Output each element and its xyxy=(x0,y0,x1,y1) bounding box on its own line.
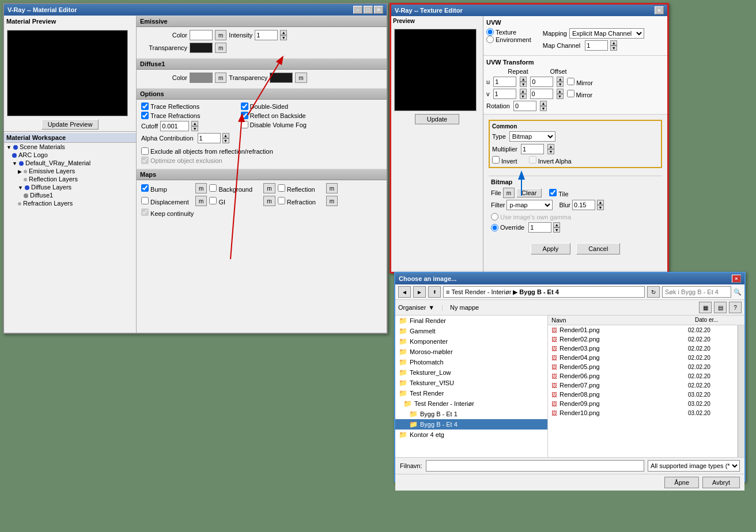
file-item[interactable]: 🖼Render05.png02.02.20 xyxy=(548,362,738,371)
tree-scene-materials[interactable]: ▼ Scene Materials xyxy=(4,143,136,151)
v-offset-input[interactable] xyxy=(530,89,553,99)
tree-reflection-layers[interactable]: Reflection Layers xyxy=(4,175,136,183)
search-icon[interactable]: 🔍 xyxy=(734,288,742,296)
disable-vol-fog-chk[interactable]: Disable Volume Fog xyxy=(241,121,307,128)
map-channel-down[interactable]: ▼ xyxy=(610,45,617,51)
reflection-m-btn[interactable]: m xyxy=(326,183,338,193)
folder-item[interactable]: 📁Kontor 4 etg xyxy=(395,430,547,440)
v-repeat-input[interactable] xyxy=(493,89,516,99)
texture-radio[interactable] xyxy=(486,28,494,36)
emissive-color-m-btn[interactable]: m xyxy=(215,30,226,40)
folder-item[interactable]: 📁Komponenter xyxy=(395,336,547,347)
blur-input[interactable] xyxy=(572,200,595,210)
file-scrollbar[interactable] xyxy=(738,325,744,457)
gi-m-btn[interactable]: m xyxy=(263,196,275,206)
bump-chk[interactable]: Bump xyxy=(141,184,193,193)
forward-btn[interactable]: ► xyxy=(413,286,426,298)
file-item[interactable]: 🖼Render08.png03.02.20 xyxy=(548,390,738,399)
file-chooser-controls[interactable]: × xyxy=(732,275,741,283)
reflection-chk[interactable]: Reflection xyxy=(278,184,324,193)
emissive-transparency-m-btn[interactable]: m xyxy=(215,43,226,53)
mat-minimize-btn[interactable]: - xyxy=(353,6,362,14)
alpha-up[interactable]: ▲ xyxy=(222,133,229,138)
mat-maximize-btn[interactable]: □ xyxy=(364,6,373,14)
file-item[interactable]: 🖼Render10.png03.02.20 xyxy=(548,408,738,417)
optimize-exclusion-chk[interactable]: Optimize object exclusion xyxy=(141,157,222,164)
emissive-color-swatch[interactable] xyxy=(190,30,213,40)
diffuse1-transparency-m-btn[interactable]: m xyxy=(295,73,307,83)
path-part1[interactable]: Test Render - Interiør xyxy=(451,288,511,295)
environment-radio[interactable] xyxy=(486,36,494,43)
multiplier-input[interactable] xyxy=(521,144,544,154)
ny-mappe-btn[interactable]: Ny mappe xyxy=(450,304,479,311)
invert-chk[interactable]: Invert xyxy=(492,156,517,165)
mirror-v-chk[interactable]: Mirror xyxy=(567,90,593,98)
file-item[interactable]: 🖼Render07.png02.02.20 xyxy=(548,381,738,390)
emissive-intensity-up[interactable]: ▲ xyxy=(280,30,287,35)
view-list-btn[interactable]: ▤ xyxy=(714,302,727,313)
file-item[interactable]: 🖼Render01.png02.02.20 xyxy=(548,325,738,335)
trace-refractions-chk[interactable]: Trace Refractions xyxy=(141,112,200,119)
folder-item[interactable]: 📁Final Render xyxy=(395,316,547,326)
diffuse1-transparency-swatch[interactable] xyxy=(270,73,293,83)
folder-item[interactable]: 📁Teksturer_VfSU xyxy=(395,378,547,388)
file-item[interactable]: 🖼Render03.png02.02.20 xyxy=(548,344,738,353)
filetype-select[interactable]: All supported image types (*.pr xyxy=(648,460,740,472)
invert-alpha-chk[interactable]: Invert Alpha xyxy=(529,156,572,165)
exclude-objects-chk[interactable]: Exclude all objects from reflection/refr… xyxy=(141,147,273,155)
tree-refraction-layers[interactable]: Refraction Layers xyxy=(4,199,136,207)
alpha-input[interactable] xyxy=(198,133,221,143)
path-part2[interactable]: Bygg B - Et 4 xyxy=(519,288,558,295)
file-item[interactable]: 🖼Render09.png03.02.20 xyxy=(548,399,738,408)
mat-close-btn[interactable]: × xyxy=(374,6,383,14)
folder-item[interactable]: 📁Bygg B - Et 4 xyxy=(395,419,547,430)
view-grid-btn[interactable]: ▦ xyxy=(699,302,712,313)
emissive-intensity-down[interactable]: ▼ xyxy=(280,35,287,40)
keep-continuity-chk[interactable]: Keep continuity xyxy=(141,208,194,217)
bump-m-btn[interactable]: m xyxy=(195,183,207,193)
cutoff-up[interactable]: ▲ xyxy=(191,121,198,126)
chooser-close-btn[interactable]: × xyxy=(732,275,741,283)
trace-reflections-chk[interactable]: trueTrace Reflections xyxy=(141,102,199,110)
map-channel-input[interactable] xyxy=(585,40,608,51)
folder-item[interactable]: 📁Photomatch xyxy=(395,357,547,367)
folder-item[interactable]: 📁Test Render xyxy=(395,388,547,398)
refraction-m-btn[interactable]: m xyxy=(326,196,338,206)
diffuse1-color-swatch[interactable] xyxy=(190,73,213,83)
back-btn[interactable]: ◄ xyxy=(398,286,411,298)
tree-default-vray-material[interactable]: ▼ Default_VRay_Material xyxy=(4,159,136,167)
type-select[interactable]: Bitmap xyxy=(509,131,555,142)
emissive-intensity-input[interactable] xyxy=(255,30,278,40)
folder-item[interactable]: 📁Teksturer_Low xyxy=(395,367,547,378)
mapping-select[interactable]: Explicit Map Channel xyxy=(569,28,644,39)
alpha-down[interactable]: ▼ xyxy=(222,138,229,143)
up-btn[interactable]: ⬆ xyxy=(428,286,441,298)
emissive-intensity-spin[interactable]: ▲ ▼ xyxy=(280,30,287,40)
organiser-arrow[interactable]: ▼ xyxy=(428,304,434,311)
cutoff-down[interactable]: ▼ xyxy=(191,126,198,131)
refresh-btn[interactable]: ↻ xyxy=(647,286,660,298)
reflect-backside-chk[interactable]: Reflect on Backside xyxy=(241,112,306,119)
double-sided-chk[interactable]: Double-Sided xyxy=(241,102,289,110)
override-input[interactable] xyxy=(528,222,551,233)
filename-input[interactable] xyxy=(426,460,644,472)
update-preview-btn[interactable]: Update Preview xyxy=(41,119,99,130)
gi-chk[interactable]: GI xyxy=(209,197,261,206)
tree-diffuse-layers[interactable]: ▼ Diffuse Layers xyxy=(4,183,136,191)
tile-chk[interactable]: Tile xyxy=(549,189,568,197)
folder-item[interactable]: 📁Gammelt xyxy=(395,326,547,336)
override-gamma-radio[interactable] xyxy=(491,224,498,231)
search-input[interactable] xyxy=(662,286,731,298)
tex-update-btn[interactable]: Update xyxy=(415,114,459,124)
filter-select[interactable]: p-map xyxy=(506,200,553,210)
folder-item[interactable]: 📁Test Render - Interiør xyxy=(395,398,547,409)
diffuse1-color-m-btn[interactable]: m xyxy=(215,73,226,83)
tree-emissive-layers[interactable]: ▶ Emissive Layers xyxy=(4,167,136,175)
open-btn[interactable]: Åpne xyxy=(664,477,699,488)
map-channel-up[interactable]: ▲ xyxy=(610,40,617,45)
use-image-gamma-radio[interactable] xyxy=(491,213,498,221)
file-m-btn[interactable]: m xyxy=(503,188,515,198)
chooser-cancel-btn[interactable]: Avbryt xyxy=(702,477,740,488)
folder-item[interactable]: 📁Bygg B - Et 1 xyxy=(395,409,547,419)
background-m-btn[interactable]: m xyxy=(263,183,275,193)
